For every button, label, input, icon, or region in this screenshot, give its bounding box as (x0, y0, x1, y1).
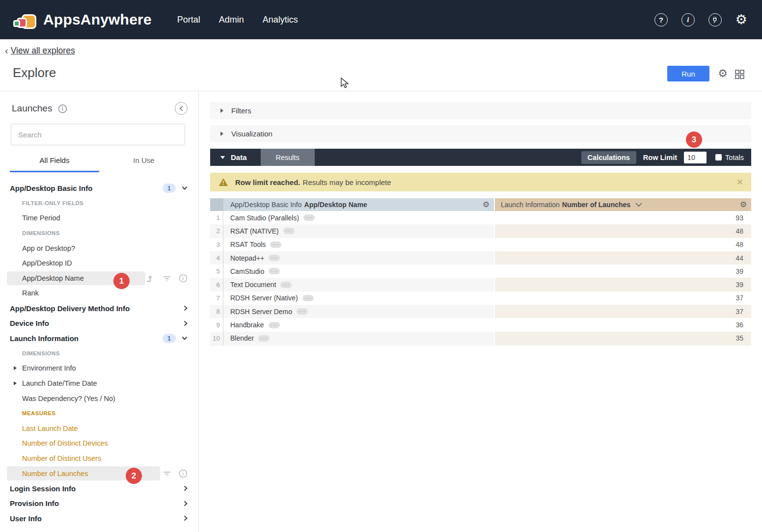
launches-value-cell[interactable]: 35 (494, 332, 751, 345)
field-number-of-distinct-users[interactable]: Number of Distinct Users (0, 451, 198, 466)
cell-menu-icon[interactable]: ··· (302, 295, 314, 301)
results-table: App/Desktop Basic Info App/Desktop Name … (210, 198, 751, 346)
launches-value-cell[interactable]: 36 (494, 318, 751, 331)
app-name-cell[interactable]: RSAT (NATIVE)··· (223, 224, 494, 238)
info-icon[interactable]: i (681, 13, 695, 27)
close-warning-icon[interactable]: ✕ (736, 177, 743, 187)
tab-all-fields[interactable]: All Fields (10, 156, 99, 172)
section-label-measures: MEASURES (0, 406, 198, 421)
tab-in-use[interactable]: In Use (99, 156, 189, 172)
app-name-cell[interactable]: Text Document··· (223, 278, 494, 291)
section-label-filter-only-fields: FILTER-ONLY FIELDS (0, 196, 198, 211)
nav-link-admin[interactable]: Admin (219, 15, 244, 25)
top-navbar: AppsAnywhere PortalAdminAnalytics ? i ⚙ (0, 0, 762, 39)
row-number: 7 (210, 292, 223, 305)
row-limit-input[interactable] (684, 152, 707, 163)
view-all-explores-link[interactable]: ‹ View all explores (5, 45, 75, 56)
field-number-of-distinct-devices[interactable]: Number of Distinct Devices (0, 436, 198, 451)
field-app-or-desktop[interactable]: App or Desktop? (0, 240, 198, 256)
warning-title: Row limit reached. (235, 178, 300, 186)
launches-value-cell[interactable]: 39 (494, 278, 751, 291)
filters-panel-toggle[interactable]: Filters (210, 102, 751, 119)
field-group-app-desktop-basic-info[interactable]: App/Desktop Basic Info1 (0, 181, 198, 196)
app-name-cell[interactable]: Notepad++··· (223, 251, 494, 265)
cell-menu-icon[interactable]: ··· (269, 322, 280, 328)
nav-link-portal[interactable]: Portal (177, 15, 200, 25)
plugin-icon[interactable] (708, 13, 722, 27)
field-environment-info[interactable]: Environment Info (0, 361, 198, 376)
field-group-user-info[interactable]: User Info (0, 511, 198, 526)
app-name-cell[interactable]: Cam Studio (Parallels)··· (223, 211, 494, 224)
cell-menu-icon[interactable]: ··· (283, 228, 295, 234)
field-search-input[interactable] (11, 124, 185, 145)
nav-link-analytics[interactable]: Analytics (263, 15, 298, 25)
field-group-launch-information[interactable]: Launch Information1 (0, 331, 198, 346)
expand-right-icon[interactable] (13, 381, 17, 386)
brand-title: AppsAnywhere (43, 11, 152, 28)
filter-icon[interactable] (163, 275, 171, 282)
launches-value-cell[interactable]: 48 (494, 224, 751, 238)
primary-nav: PortalAdminAnalytics (177, 15, 298, 25)
app-name-cell[interactable]: Handbrake··· (223, 318, 494, 331)
cell-menu-icon[interactable]: ··· (258, 335, 270, 342)
chevron-right-icon (184, 501, 188, 506)
totals-checkbox[interactable] (715, 154, 722, 160)
pivot-icon[interactable] (145, 274, 155, 283)
field-rank[interactable]: Rank (0, 286, 198, 301)
cell-menu-icon[interactable]: ··· (297, 308, 308, 315)
row-number: 4 (210, 251, 223, 265)
table-row: 4Notepad++···44 (210, 251, 751, 265)
data-panel-toggle[interactable]: Data (210, 153, 247, 161)
expand-right-icon[interactable] (13, 366, 17, 371)
column-gear-icon[interactable]: ⚙ (740, 201, 747, 209)
info-icon[interactable] (179, 274, 188, 283)
app-name-cell[interactable]: RSAT Tools··· (223, 238, 494, 251)
column-header-number-of-launches[interactable]: Launch Information Number of Launches ⚙ (494, 198, 751, 211)
app-name-cell[interactable]: RDSH Server (Native)··· (223, 292, 494, 305)
table-header-row: App/Desktop Basic Info App/Desktop Name … (210, 198, 751, 211)
field-app-desktop-id[interactable]: App/Desktop ID (0, 256, 198, 271)
cell-menu-icon[interactable]: ··· (303, 214, 315, 221)
field-group-provision-info[interactable]: Provision Info (0, 496, 198, 511)
app-name-cell[interactable]: Blender··· (223, 332, 494, 345)
launches-value-cell[interactable]: 44 (494, 251, 751, 265)
launches-value-cell[interactable]: 48 (494, 238, 751, 251)
chevron-right-icon (184, 485, 188, 491)
cell-menu-icon[interactable]: ··· (269, 255, 280, 261)
field-group-device-info[interactable]: Device Info (0, 316, 198, 331)
explore-settings-gear-icon[interactable]: ⚙ (718, 68, 728, 79)
calculations-button[interactable]: Calculations (581, 151, 636, 164)
launches-value-cell[interactable]: 37 (494, 305, 751, 318)
launches-value-cell[interactable]: 37 (494, 292, 751, 305)
model-info-icon[interactable] (58, 104, 67, 113)
visualization-panel-toggle[interactable]: Visualization (210, 125, 751, 142)
field-number-of-launches[interactable]: Number of Launches (0, 466, 198, 481)
info-icon[interactable] (179, 469, 188, 478)
settings-icon[interactable]: ⚙ (735, 13, 747, 27)
run-button[interactable]: Run (667, 66, 709, 81)
field-group-app-desktop-delivery-method-info[interactable]: App/Desktop Delivery Method Info (0, 301, 198, 316)
field-last-launch-date[interactable]: Last Launch Date (0, 421, 198, 436)
field-time-period[interactable]: Time Period (0, 211, 198, 226)
cell-menu-icon[interactable]: ··· (270, 241, 281, 248)
cell-menu-icon[interactable]: ··· (269, 268, 280, 274)
tab-results[interactable]: Results (261, 149, 315, 166)
field-app-desktop-name[interactable]: App/Desktop Name (0, 271, 198, 286)
filter-icon[interactable] (163, 470, 171, 477)
launches-value-cell[interactable]: 93 (494, 211, 751, 224)
column-gear-icon[interactable]: ⚙ (483, 201, 490, 209)
field-was-dependency-yes-no[interactable]: Was Dependency? (Yes / No) (0, 391, 198, 406)
help-icon[interactable]: ? (654, 13, 668, 27)
collapse-sidebar-button[interactable] (175, 102, 188, 115)
column-header-app-desktop-name[interactable]: App/Desktop Basic Info App/Desktop Name … (223, 198, 494, 211)
cell-menu-icon[interactable]: ··· (280, 282, 292, 288)
in-use-count-badge: 1 (163, 334, 176, 343)
field-group-login-session-info[interactable]: Login Session Info (0, 481, 198, 496)
field-launch-date-time-date[interactable]: Launch Date/Time Date (0, 376, 198, 391)
launches-value-cell[interactable]: 39 (494, 265, 751, 278)
chevron-down-icon (182, 336, 188, 340)
app-name-cell[interactable]: CamStudio··· (223, 265, 494, 278)
app-name-cell[interactable]: RDSH Server Demo··· (223, 305, 494, 318)
dashboard-grid-icon[interactable] (735, 70, 744, 81)
totals-label: Totals (725, 154, 744, 161)
